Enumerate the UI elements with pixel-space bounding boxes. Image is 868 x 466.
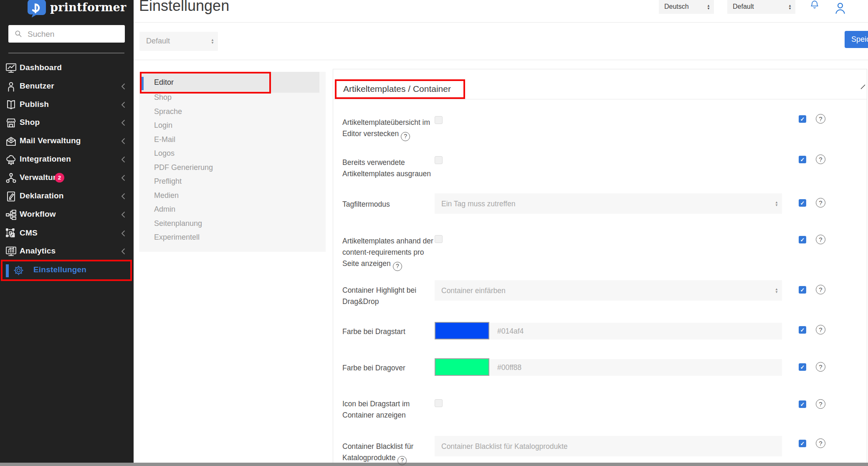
enabled-checkbox-8[interactable]: ✓ (799, 440, 806, 447)
subnav-item-label: Admin (154, 205, 175, 214)
subnav-item-label: Editor (154, 78, 174, 87)
sidebar-item-integrationen[interactable]: Integrationen (0, 150, 134, 169)
chevron-left-icon (121, 211, 125, 220)
color-swatch[interactable] (435, 358, 489, 376)
setting-label-tagfiltermodus: Tagfiltermodus (342, 199, 438, 210)
help-icon[interactable]: ? (397, 456, 407, 465)
sidebar-item-deklaration[interactable]: Deklaration (0, 187, 134, 205)
setting-checkbox-7[interactable] (435, 399, 443, 407)
setting-label-icon-bei-dragstart-im-container-anzeigen: Icon bei Dragstart im Container anzeigen (342, 398, 438, 421)
logo-wordmark: printformer (50, 1, 127, 14)
chevron-left-icon (121, 83, 125, 91)
sidebar-item-workflow[interactable]: Workflow (0, 205, 134, 224)
notifications-bell-icon[interactable] (809, 0, 820, 12)
subnav-item-shop[interactable]: Shop (139, 91, 326, 103)
setting-checkbox-1[interactable] (435, 156, 443, 164)
storefront-icon (5, 117, 17, 131)
toolbar-divider (134, 60, 868, 60)
sidebar-item-label: Shop (20, 118, 40, 127)
help-icon[interactable]: ? (393, 262, 402, 271)
help-icon[interactable]: ? (816, 114, 825, 124)
help-icon[interactable]: ? (816, 154, 825, 164)
select-arrows-icon: ▲▼ (211, 38, 214, 44)
user-profile-icon[interactable] (833, 1, 847, 17)
tenant-select[interactable]: Default ▲▼ (727, 0, 795, 14)
enabled-checkbox-7[interactable]: ✓ (799, 400, 806, 408)
enabled-checkbox-0[interactable]: ✓ (799, 115, 806, 123)
enabled-checkbox-6[interactable]: ✓ (799, 363, 806, 371)
printformer-settings-page: printformer DashboardBenutzerPublishShop… (0, 0, 868, 466)
save-button[interactable]: Speichern (845, 31, 868, 48)
color-value: #00ff88 (497, 363, 521, 372)
chevron-left-icon (121, 119, 125, 128)
sidebar-item-label: Dashboard (20, 63, 62, 72)
document-pen-icon (5, 190, 17, 204)
help-icon[interactable]: ? (816, 438, 825, 448)
chevron-left-icon (121, 248, 125, 256)
resize-handle-icon (860, 84, 866, 92)
subnav-item-medien[interactable]: Medien (139, 190, 326, 201)
color-swatch[interactable] (435, 322, 489, 339)
search-input[interactable] (27, 25, 123, 43)
subnav-item-label: Shop (154, 93, 172, 102)
sidebar-item-benutzer[interactable]: Benutzer (0, 77, 134, 96)
enabled-checkbox-2[interactable]: ✓ (799, 199, 806, 207)
sidebar-item-label: Deklaration (20, 191, 64, 200)
subnav-item-sprache[interactable]: Sprache (139, 106, 326, 117)
enabled-checkbox-4[interactable]: ✓ (799, 286, 806, 294)
subnav-item-label: Medien (154, 191, 179, 200)
sidebar-item-shop[interactable]: Shop (0, 114, 134, 132)
subnav-item-login[interactable]: Login (139, 119, 326, 131)
sidebar-item-dashboard[interactable]: Dashboard (0, 59, 134, 77)
subnav-item-e-mail[interactable]: E-Mail (139, 134, 326, 145)
scope-select[interactable]: Default ▲▼ (139, 32, 218, 51)
subnav-item-admin[interactable]: Admin (139, 203, 326, 215)
setting-label-container-highlight-bei-drag-drop: Container Highlight bei Drag&Drop (342, 285, 438, 307)
subnav-item-label: Logos (154, 149, 175, 158)
enabled-checkbox-3[interactable]: ✓ (799, 236, 806, 243)
setting-checkbox-0[interactable] (435, 116, 443, 124)
setting-label-artikeltemplate-bersicht-im-editor-verst: Artikeltemplateübersicht im Editor verst… (342, 117, 438, 141)
sidebar-item-verwaltung[interactable]: Verwaltung2 (0, 169, 134, 187)
select-arrows-icon: ▲▼ (775, 288, 778, 294)
setting-label-container-blacklist-f-r-katalogprodukte: Container Blacklist für Katalogprodukte? (342, 441, 438, 465)
select-arrows-icon: ▲▼ (775, 201, 778, 207)
sidebar-item-label: Mail Verwaltung (20, 136, 81, 145)
analytics-icon (5, 246, 17, 259)
sidebar-item-analytics[interactable]: Analytics (0, 242, 134, 261)
help-icon[interactable]: ? (816, 198, 825, 208)
help-icon[interactable]: ? (816, 362, 825, 372)
setting-input-8[interactable]: Container Blacklist für Katalogprodukte (435, 436, 782, 456)
gear-icon (13, 264, 25, 278)
sidebar-item-mail-verwaltung[interactable]: Mail Verwaltung (0, 132, 134, 150)
sidebar-item-label: Benutzer (20, 81, 54, 91)
subnav-item-seitenplanung[interactable]: Seitenplanung (139, 218, 326, 229)
sidebar-item-publish[interactable]: Publish (0, 96, 134, 114)
language-select[interactable]: Deutsch ▲▼ (659, 0, 714, 14)
help-icon[interactable]: ? (816, 399, 825, 409)
subnav-item-experimentell[interactable]: Experimentell (139, 231, 326, 243)
subnav-item-preflight[interactable]: Preflight (139, 175, 326, 187)
setting-select-4[interactable]: Container einfärben▲▼ (435, 280, 782, 301)
help-icon[interactable]: ? (816, 235, 825, 244)
enabled-checkbox-1[interactable]: ✓ (799, 156, 806, 163)
sidebar-item-cms[interactable]: CMS (0, 224, 134, 243)
chevron-left-icon (121, 101, 125, 110)
help-icon[interactable]: ? (816, 285, 825, 294)
subnav-item-logos[interactable]: Logos (139, 147, 326, 159)
help-icon[interactable]: ? (816, 325, 825, 334)
chevron-left-icon (121, 138, 125, 146)
color-field-5[interactable]: #014af4 (435, 323, 782, 339)
enabled-checkbox-5[interactable]: ✓ (799, 326, 806, 334)
help-icon[interactable]: ? (401, 132, 410, 141)
setting-checkbox-3[interactable] (435, 235, 443, 243)
search-box (8, 25, 125, 43)
subnav-item-pdf-generierung[interactable]: PDF Generierung (139, 162, 326, 173)
color-field-6[interactable]: #00ff88 (435, 359, 782, 376)
sidebar-item-einstellungen[interactable]: Einstellungen (0, 261, 134, 280)
select-arrows-icon: ▲▼ (707, 4, 710, 10)
mail-icon (5, 135, 17, 149)
subnav-item-editor[interactable]: Editor (141, 72, 319, 93)
sidebar-item-label: Einstellungen (33, 265, 86, 274)
setting-select-2[interactable]: Ein Tag muss zutreffen▲▼ (435, 193, 782, 214)
